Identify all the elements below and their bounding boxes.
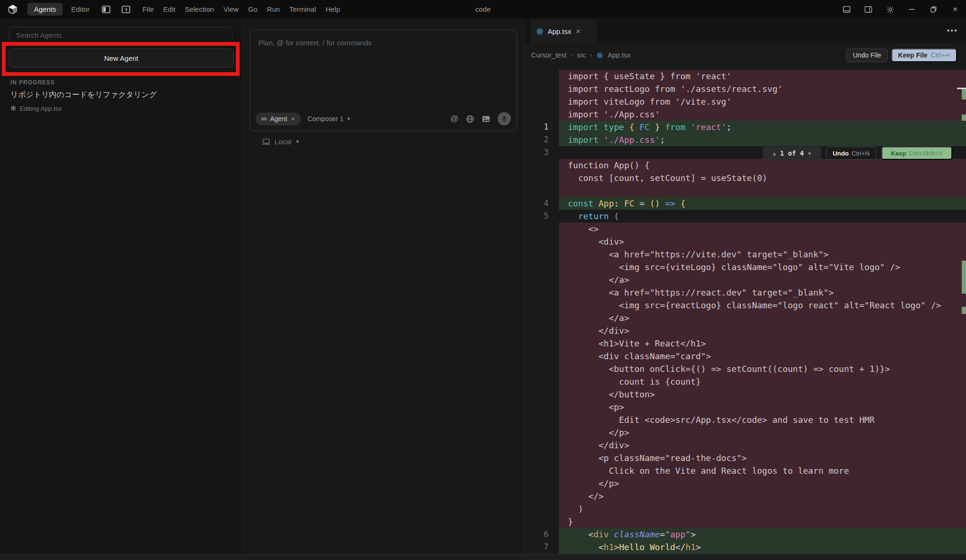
breadcrumb-row: Cursor_test › src › App.tsx Undo File Ke…	[524, 43, 966, 67]
chevron-up-icon[interactable]: ▲	[773, 147, 776, 160]
composer-placeholder: Plan, @ for context, / for commands	[258, 39, 372, 47]
in-progress-header: IN PROGRESS	[10, 79, 55, 86]
code-line: <img src={reactLogo} className="logo rea…	[524, 299, 966, 312]
search-input[interactable]	[9, 27, 233, 43]
line-number: 6	[524, 528, 559, 541]
keep-change-button[interactable]: Keep Ctrl+Shift+Y	[882, 147, 952, 160]
line-number	[524, 350, 559, 362]
settings-gear-icon[interactable]	[879, 0, 901, 19]
tab-app-tsx[interactable]: App.tsx ×	[530, 19, 596, 43]
code-line: 7 <h1>Hello World</h1>	[524, 541, 966, 553]
menu-editor[interactable]: Editor	[67, 3, 94, 16]
react-file-icon	[536, 27, 544, 35]
agents-sidebar: New Agent IN PROGRESS リポジトリ内のコードをリファクタリン…	[0, 19, 242, 554]
keep-file-button[interactable]: Keep File Ctrl+↵	[891, 49, 957, 62]
editor-tab-bar: App.tsx × •••	[524, 19, 966, 43]
agent-mode-dropdown[interactable]: ∞ Agent ▼	[256, 113, 301, 125]
toggle-right-panel-icon[interactable]	[858, 0, 879, 19]
code-lines: import { useState } from 'react'import r…	[524, 70, 966, 554]
code-line: <a href="https://react.dev" target="_bla…	[524, 286, 966, 299]
microphone-button[interactable]	[498, 112, 511, 125]
react-file-icon	[596, 52, 603, 59]
code-line: <div className="card">	[524, 350, 966, 362]
menu-view[interactable]: View	[219, 3, 243, 16]
chevron-down-icon: ▼	[295, 139, 300, 144]
code-line: <div>	[524, 235, 966, 248]
line-number	[524, 477, 559, 490]
composer-session-dropdown[interactable]: Composer 1 ▼	[308, 115, 351, 123]
title-bar: Agents Editor FileEditSelectionViewGoRun…	[0, 0, 966, 19]
infinity-icon: ∞	[261, 115, 266, 123]
image-attach-icon[interactable]	[482, 115, 491, 124]
line-number	[524, 95, 559, 108]
line-number	[524, 464, 559, 477]
minimize-button[interactable]	[901, 0, 923, 19]
code-line: Click on the Vite and React logos to lea…	[524, 464, 966, 477]
line-number	[524, 515, 559, 528]
editor-more-actions[interactable]: •••	[947, 26, 958, 35]
menu-selection[interactable]: Selection	[180, 3, 219, 16]
diff-overview-mark	[962, 307, 966, 314]
line-number	[524, 222, 559, 235]
restore-button[interactable]	[923, 0, 944, 19]
line-number	[524, 502, 559, 515]
line-number	[524, 261, 559, 273]
chevron-down-icon: ▼	[346, 116, 351, 122]
code-editor[interactable]: import { useState } from 'react'import r…	[524, 70, 966, 554]
code-line: 5 return (	[524, 210, 966, 222]
code-line	[524, 184, 966, 197]
code-line: }	[524, 515, 966, 528]
undo-file-button[interactable]: Undo File	[846, 49, 888, 62]
line-number	[524, 82, 559, 95]
code-line: import reactLogo from './assets/react.sv…	[524, 82, 966, 95]
code-line: function App() {	[524, 159, 966, 172]
status-bar	[0, 554, 966, 560]
chevron-down-icon[interactable]: ▼	[808, 147, 811, 160]
code-line: </a>	[524, 273, 966, 286]
mention-icon[interactable]: @	[450, 114, 458, 124]
composer-input[interactable]: Plan, @ for context, / for commands ∞ Ag…	[250, 30, 517, 131]
laptop-icon	[262, 138, 271, 145]
web-globe-icon[interactable]	[466, 115, 475, 124]
line-number	[524, 439, 559, 452]
code-line: <p className="read-the-docs">	[524, 452, 966, 464]
code-line: <button onClick={() => setCount((count) …	[524, 362, 966, 375]
menu-terminal[interactable]: Terminal	[284, 3, 321, 16]
line-number	[524, 70, 559, 82]
chevron-down-icon: ▼	[291, 116, 295, 122]
agent-list-item[interactable]: リポジトリ内のコードをリファクタリング	[10, 90, 157, 100]
environment-dropdown[interactable]: Local ▼	[262, 138, 300, 146]
new-agent-button[interactable]: New Agent	[9, 49, 233, 67]
line-number: 1	[524, 121, 559, 133]
line-number	[524, 286, 559, 299]
menu-edit[interactable]: Edit	[158, 3, 180, 16]
line-number: 2	[524, 133, 559, 146]
close-tab-icon[interactable]: ×	[576, 27, 580, 36]
menu-run[interactable]: Run	[262, 3, 285, 16]
menu-help[interactable]: Help	[321, 3, 345, 16]
menu-agents[interactable]: Agents	[27, 3, 63, 16]
line-number	[524, 235, 559, 248]
toggle-primary-sidebar-icon[interactable]	[101, 4, 111, 15]
diff-overview-mark	[962, 261, 966, 294]
menu-go[interactable]: Go	[243, 3, 262, 16]
breadcrumb[interactable]: Cursor_test › src › App.tsx	[524, 51, 631, 59]
editor-panel: App.tsx × ••• Cursor_test › src › App.ts…	[524, 19, 966, 554]
line-number	[524, 452, 559, 464]
diff-counter-dropdown[interactable]: ▲ 1 of 4 ▼	[763, 147, 821, 160]
close-button[interactable]: ×	[944, 0, 966, 19]
code-line: </div>	[524, 439, 966, 452]
chevron-right-icon: ›	[590, 52, 592, 58]
code-line: <>	[524, 222, 966, 235]
diff-overview-mark	[962, 115, 966, 121]
code-line: import viteLogo from '/vite.svg'	[524, 95, 966, 108]
line-number	[524, 273, 559, 286]
line-number: 5	[524, 210, 559, 222]
toggle-panel-icon[interactable]	[836, 0, 858, 19]
undo-change-button[interactable]: Undo Ctrl+N	[826, 147, 876, 160]
toggle-secondary-sidebar-icon[interactable]	[121, 4, 131, 15]
menu-file[interactable]: File	[138, 3, 158, 16]
line-number	[524, 184, 559, 197]
code-line: 1import type { FC } from 'react';	[524, 121, 966, 133]
code-line: <a href="https://vite.dev" target="_blan…	[524, 248, 966, 261]
